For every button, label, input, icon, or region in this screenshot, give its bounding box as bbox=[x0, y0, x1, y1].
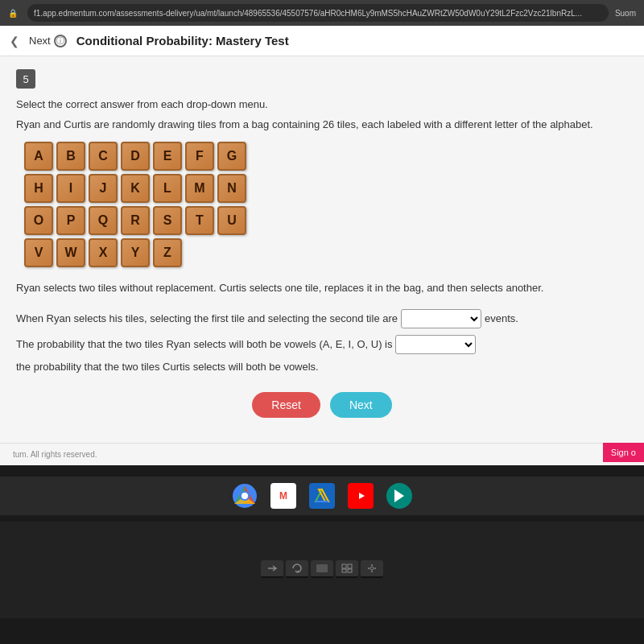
dropdown-line-1: When Ryan selects his tiles, selecting t… bbox=[16, 309, 628, 328]
question-text: Ryan and Curtis are randomly drawing til… bbox=[16, 118, 628, 130]
gmail-icon[interactable]: M bbox=[270, 483, 296, 509]
fullscreen-key-icon bbox=[316, 564, 328, 572]
next-nav-label: Next bbox=[29, 35, 51, 47]
key-gear bbox=[361, 560, 383, 578]
buttons-row: Reset Next bbox=[16, 392, 628, 418]
play-store-icon[interactable] bbox=[386, 483, 412, 509]
tile-row-4: V W X Y Z bbox=[24, 238, 628, 267]
windows-key-icon bbox=[341, 564, 353, 573]
tile-W: W bbox=[56, 238, 85, 267]
keyboard-row-1 bbox=[261, 560, 383, 578]
drive-svg bbox=[314, 488, 330, 504]
tile-T: T bbox=[185, 206, 214, 235]
line2-after: the probability that the two tiles Curti… bbox=[16, 357, 319, 376]
context-text: Ryan selects two tiles without replaceme… bbox=[16, 280, 628, 296]
footer: tum. All rights reserved. bbox=[0, 443, 644, 465]
tile-A: A bbox=[24, 142, 53, 171]
svg-marker-6 bbox=[319, 489, 328, 502]
tile-P: P bbox=[56, 206, 85, 235]
browser-bar: 🔒 f1.app.edmentum.com/assessments-delive… bbox=[0, 0, 644, 26]
tile-H: H bbox=[24, 174, 53, 203]
key-fullscreen bbox=[311, 560, 333, 578]
url-text: f1.app.edmentum.com/assessments-delivery… bbox=[34, 9, 582, 18]
probability-dropdown[interactable]: equal to less than greater than bbox=[395, 335, 476, 354]
tile-L: L bbox=[153, 174, 182, 203]
instruction-text: Select the correct answer from each drop… bbox=[16, 98, 628, 110]
url-bar[interactable]: f1.app.edmentum.com/assessments-delivery… bbox=[27, 4, 609, 22]
arrow-key-icon bbox=[266, 564, 278, 572]
keyboard-area bbox=[0, 522, 644, 618]
svg-rect-11 bbox=[342, 564, 346, 568]
svg-point-4 bbox=[242, 493, 248, 499]
keyboard-rows bbox=[261, 560, 383, 580]
tile-Z: Z bbox=[153, 238, 182, 267]
drive-icon[interactable] bbox=[309, 483, 335, 509]
tile-E: E bbox=[153, 142, 182, 171]
tile-J: J bbox=[89, 174, 118, 203]
svg-rect-12 bbox=[348, 564, 352, 568]
play-store-svg bbox=[392, 489, 407, 503]
tile-row-2: H I J K L M N bbox=[24, 174, 628, 203]
key-windows bbox=[336, 560, 358, 578]
svg-marker-10 bbox=[394, 489, 404, 502]
info-icon[interactable]: ⓘ bbox=[54, 35, 67, 47]
tile-D: D bbox=[121, 142, 150, 171]
tile-grid: A B C D E F G H I J K L M N O P Q R S T … bbox=[24, 142, 628, 267]
chrome-svg bbox=[232, 483, 258, 509]
content-area: 5 Select the correct answer from each dr… bbox=[0, 56, 644, 443]
youtube-svg bbox=[353, 490, 368, 502]
tile-I: I bbox=[56, 174, 85, 203]
laptop-bottom bbox=[0, 515, 644, 644]
question-number: 5 bbox=[16, 69, 35, 89]
taskbar: M bbox=[0, 477, 644, 515]
sign-out-button[interactable]: Sign o bbox=[603, 443, 644, 462]
dropdown-line-2: The probability that the two tiles Ryan … bbox=[16, 335, 628, 376]
key-refresh bbox=[286, 560, 308, 578]
line1-before: When Ryan selects his tiles, selecting t… bbox=[16, 309, 398, 328]
tile-row-3: O P Q R S T U bbox=[24, 206, 628, 235]
reset-button[interactable]: Reset bbox=[252, 392, 320, 418]
line1-after: events. bbox=[485, 309, 518, 328]
svg-point-15 bbox=[370, 567, 374, 570]
tile-X: X bbox=[89, 238, 118, 267]
page-title: Conditional Probability: Mastery Test bbox=[76, 34, 289, 47]
gear-key-icon bbox=[367, 564, 377, 573]
tile-Y: Y bbox=[121, 238, 150, 267]
tile-R: R bbox=[121, 206, 150, 235]
key-arrow bbox=[261, 560, 283, 578]
tile-U: U bbox=[217, 206, 246, 235]
tile-K: K bbox=[121, 174, 150, 203]
tile-F: F bbox=[185, 142, 214, 171]
tile-B: B bbox=[56, 142, 85, 171]
youtube-icon[interactable] bbox=[348, 483, 374, 509]
tile-M: M bbox=[185, 174, 214, 203]
tile-V: V bbox=[24, 238, 53, 267]
top-nav: ❮ Next ⓘ Conditional Probability: Master… bbox=[0, 26, 644, 56]
tile-S: S bbox=[153, 206, 182, 235]
next-button[interactable]: Next bbox=[330, 392, 392, 418]
footer-text: tum. All rights reserved. bbox=[13, 450, 97, 459]
events-dropdown[interactable]: dependent independent bbox=[401, 309, 481, 328]
chrome-icon[interactable] bbox=[232, 483, 258, 509]
line2-before: The probability that the two tiles Ryan … bbox=[16, 335, 392, 353]
tile-O: O bbox=[24, 206, 53, 235]
tile-row-1: A B C D E F G bbox=[24, 142, 628, 171]
tile-G: G bbox=[217, 142, 246, 171]
tile-C: C bbox=[89, 142, 118, 171]
lock-icon: 🔒 bbox=[8, 9, 18, 18]
svg-rect-13 bbox=[342, 569, 346, 572]
nav-back-arrow[interactable]: ❮ bbox=[10, 35, 19, 47]
refresh-key-icon bbox=[291, 564, 303, 573]
next-nav-button[interactable]: Next ⓘ bbox=[29, 35, 67, 47]
tile-Q: Q bbox=[89, 206, 118, 235]
suom-button[interactable]: Suom bbox=[615, 9, 636, 18]
svg-rect-14 bbox=[348, 569, 352, 572]
tile-N: N bbox=[217, 174, 246, 203]
